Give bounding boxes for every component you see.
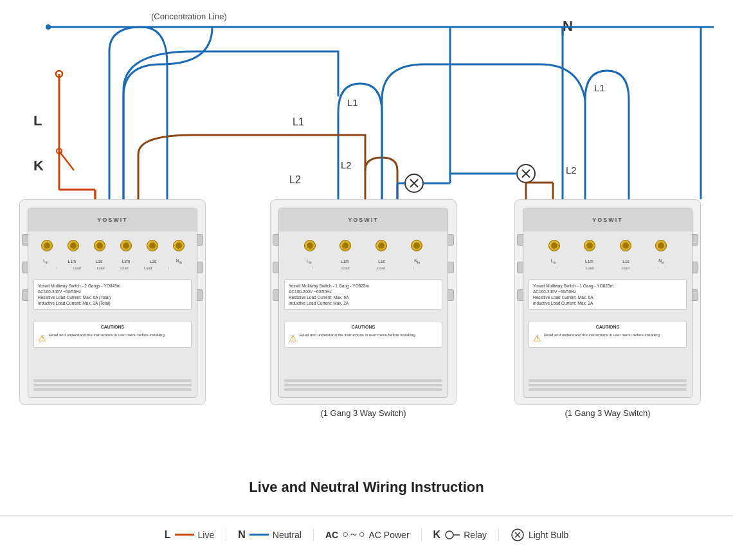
info-box-2: Yoswit Multiway Switch - 1 Gang - YO825m… xyxy=(284,279,442,310)
arrow-1-1: ↑ xyxy=(55,266,57,270)
page-title: Live and Neutral Wiring Instruction xyxy=(0,479,733,496)
terminal-2-1 xyxy=(304,240,316,251)
sw2-input: AC100-240V ~60/50Hz xyxy=(289,289,438,294)
sw3-caution: Read and understand the instructions in … xyxy=(544,332,660,338)
tlabel-2-3: L1s xyxy=(378,259,385,264)
side-tabs-left-3 xyxy=(517,234,523,301)
terminal-3-1 xyxy=(548,240,560,251)
tlabel-1-3: L1s xyxy=(96,259,102,264)
legend-ac: AC ○～○ AC Power xyxy=(314,528,422,541)
brand-3: YOSWIT xyxy=(592,217,623,223)
legend-neutral-line xyxy=(249,534,269,536)
legend-ac-symbol: ○～○ xyxy=(342,528,365,541)
l1-label-mid: L1 xyxy=(293,116,304,127)
terminal-1-3 xyxy=(94,240,105,251)
sw3-l1-label: L1 xyxy=(594,82,605,93)
tlabel-2-2: L1m xyxy=(341,259,349,264)
legend-neutral-letter: N xyxy=(238,529,246,541)
sw1-sw2-l2 xyxy=(138,135,365,199)
caution-icon-1: ⚠ xyxy=(38,332,46,345)
l2-label-mid: L2 xyxy=(289,174,301,185)
legend-relay: K Relay xyxy=(422,529,499,541)
sw2-caution: Read and understand the instructions in … xyxy=(300,332,416,338)
tlabel-1-2: L1m xyxy=(68,259,77,264)
live-label: L xyxy=(33,113,42,129)
terminal-1-6 xyxy=(173,240,185,251)
terminal-2-2 xyxy=(339,240,351,251)
legend-ac-letter: AC xyxy=(325,530,338,540)
sw1-arch-left xyxy=(109,27,141,199)
legend-neutral-label: Neutral xyxy=(273,530,302,540)
load-1-2: Load xyxy=(96,266,104,270)
sw2-sw3-l1 xyxy=(382,64,585,199)
legend: L Live N Neutral AC ○～○ AC Power K Relay xyxy=(0,515,733,554)
side-tabs-left-1 xyxy=(22,234,28,301)
brand-1: YOSWIT xyxy=(97,217,128,223)
info-box-3: Yoswit Multiway Switch - 1 Gang - YO825m… xyxy=(529,279,687,310)
legend-lightbulb: Light Bulb xyxy=(499,528,580,542)
caution-icon-2: ⚠ xyxy=(289,332,297,345)
neutral-dot-left xyxy=(46,24,51,30)
legend-neutral: N Neutral xyxy=(226,529,314,541)
sw1-inductive: Inductive Load Current: Max. 2A (Total) xyxy=(38,300,187,306)
sw1-resistive: Resistive Load Current: Max. 6A (Total) xyxy=(38,294,187,300)
sw1-input: AC100-240V ~60/50Hz xyxy=(38,289,187,294)
sw3-input: AC100-240V ~60/50Hz xyxy=(533,289,682,294)
load-1-1: Load xyxy=(73,266,81,270)
terminal-3-4 xyxy=(655,240,667,251)
sw2-name: Yoswit Multiway Switch - 1 Gang - YO825m xyxy=(289,283,438,289)
legend-live-label: Live xyxy=(198,530,215,540)
terminal-3-3 xyxy=(620,240,631,251)
vent-slits-2 xyxy=(284,379,442,391)
terminal-1-2 xyxy=(68,240,79,251)
caption-3: (1 Gang 3 Way Switch) xyxy=(523,408,692,418)
caution-icon-3: ⚠ xyxy=(533,332,541,345)
side-tabs-right-1 xyxy=(197,234,203,301)
legend-ac-label: AC Power xyxy=(369,530,410,540)
sw1-sw2-l1-top xyxy=(123,51,338,199)
vent-slits-3 xyxy=(529,379,687,391)
sw2-l1-arch xyxy=(338,84,382,199)
load-1-4: Load xyxy=(144,266,152,270)
tlabel-1-1: Lin xyxy=(43,258,48,264)
terminal-1-4 xyxy=(120,240,132,251)
info-box-1: Yoswit Multiway Switch - 2 Gangs - YO845… xyxy=(33,279,192,310)
l1-arch-label: L1 xyxy=(347,97,358,108)
tlabel-3-1: Lin xyxy=(551,258,556,264)
switch-module-2: YOSWIT Lin L1m L1s Nin ↑ Load Load ↑ xyxy=(270,199,457,405)
vent-slits-1 xyxy=(33,379,192,391)
terminal-1-5 xyxy=(147,240,158,251)
sw2-inductive: Inductive Load Current: Max. 2A xyxy=(289,300,438,306)
legend-live-line xyxy=(175,534,194,536)
arrow-1-2: ↑ xyxy=(168,266,170,270)
legend-relay-label: Relay xyxy=(464,530,487,540)
sw1-to-top-connect xyxy=(161,27,212,64)
sw3-resistive: Resistive Load Current: Max. 6A xyxy=(533,294,682,300)
switch-module-3: YOSWIT Lin L1m L1s Nin ↑ Load Load ↑ xyxy=(514,199,701,405)
legend-live-letter: L xyxy=(165,529,171,541)
terminal-2-4 xyxy=(411,240,422,251)
concentration-line-label: (Concentration Line) xyxy=(151,12,227,21)
brand-2: YOSWIT xyxy=(348,217,379,223)
lightbulb-icon xyxy=(511,528,525,542)
svg-point-0 xyxy=(446,531,453,539)
sw1-name: Yoswit Multiway Switch - 2 Gangs - YO845… xyxy=(38,283,187,289)
relay-symbol-svg xyxy=(444,530,460,540)
k-switch-line xyxy=(59,151,74,170)
terminal-2-3 xyxy=(376,240,387,251)
k-label: K xyxy=(33,158,44,174)
legend-lightbulb-label: Light Bulb xyxy=(529,530,568,540)
l2-arch-label: L2 xyxy=(341,159,352,170)
tlabel-1-6: Nin xyxy=(176,258,182,264)
sw2-resistive: Resistive Load Current: Max. 6A xyxy=(289,294,438,300)
load-1-3: Load xyxy=(120,266,128,270)
sw3-name: Yoswit Multiway Switch - 1 Gang - YO825m xyxy=(533,283,682,289)
sw1-caution: Read and understand the instructions in … xyxy=(49,332,165,338)
sw3-l2-label: L2 xyxy=(566,165,577,176)
switch-module-1: YOSWIT Lin L1m L1s L2m L2s Nin ↑ Load xyxy=(19,199,206,405)
tlabel-2-1: Lin xyxy=(307,258,312,264)
sw1-l1s-up xyxy=(123,64,161,199)
side-tabs-left-2 xyxy=(273,234,279,301)
tlabel-3-4: Nin xyxy=(658,258,664,264)
main-container: L K N (Concentration Line) L1 L2 xyxy=(0,0,733,560)
